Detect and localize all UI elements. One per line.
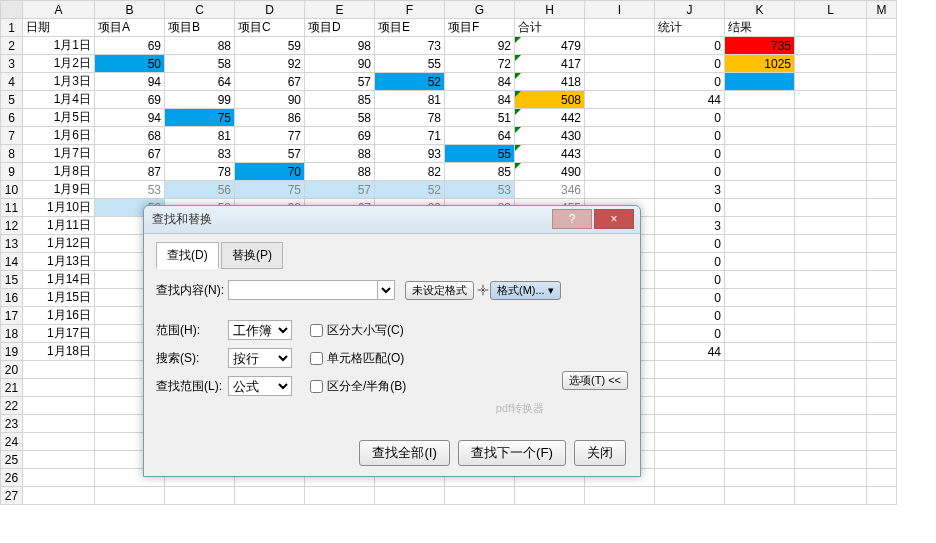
cell[interactable] [235, 487, 305, 505]
cell[interactable] [867, 73, 897, 91]
row-header[interactable]: 16 [1, 289, 23, 307]
find-next-button[interactable]: 查找下一个(F) [458, 440, 566, 466]
dialog-titlebar[interactable]: 查找和替换 ? × [144, 206, 640, 234]
cell[interactable]: 57 [235, 145, 305, 163]
cell[interactable] [867, 127, 897, 145]
col-header-E[interactable]: E [305, 1, 375, 19]
col-header-M[interactable]: M [867, 1, 897, 19]
cell[interactable] [795, 127, 867, 145]
cell[interactable] [725, 181, 795, 199]
cell[interactable] [725, 91, 795, 109]
cell[interactable] [725, 145, 795, 163]
cell[interactable] [725, 487, 795, 505]
cell[interactable]: 92 [235, 55, 305, 73]
cell[interactable]: 1月7日 [23, 145, 95, 163]
cell[interactable]: 92 [445, 37, 515, 55]
cell[interactable]: 58 [165, 55, 235, 73]
cell[interactable] [725, 451, 795, 469]
cell[interactable]: 统计 [655, 19, 725, 37]
cell[interactable]: 55 [445, 145, 515, 163]
row-header[interactable]: 17 [1, 307, 23, 325]
cell[interactable] [795, 271, 867, 289]
cell[interactable] [655, 397, 725, 415]
cell[interactable]: 1月11日 [23, 217, 95, 235]
cell[interactable] [725, 199, 795, 217]
cell[interactable]: 1月2日 [23, 55, 95, 73]
row-header[interactable]: 21 [1, 379, 23, 397]
cell[interactable] [867, 253, 897, 271]
cell[interactable] [795, 307, 867, 325]
cell[interactable] [867, 433, 897, 451]
cell[interactable] [725, 433, 795, 451]
cell[interactable]: 1月9日 [23, 181, 95, 199]
row-header[interactable]: 8 [1, 145, 23, 163]
cell[interactable] [725, 253, 795, 271]
cell[interactable]: 0 [655, 199, 725, 217]
cell[interactable] [725, 361, 795, 379]
cell[interactable] [795, 379, 867, 397]
cell[interactable]: 69 [95, 91, 165, 109]
cell[interactable] [725, 343, 795, 361]
cell[interactable] [795, 343, 867, 361]
cell[interactable] [23, 361, 95, 379]
cell[interactable] [795, 163, 867, 181]
cell[interactable]: 735 [725, 37, 795, 55]
cell[interactable]: 490 [515, 163, 585, 181]
tab-find[interactable]: 查找(D) [156, 242, 219, 269]
cell[interactable] [795, 469, 867, 487]
cell[interactable] [795, 415, 867, 433]
cell[interactable]: 0 [655, 235, 725, 253]
cell[interactable]: 442 [515, 109, 585, 127]
cell[interactable]: 93 [375, 145, 445, 163]
cell[interactable] [725, 109, 795, 127]
cell[interactable]: 0 [655, 253, 725, 271]
row-header[interactable]: 6 [1, 109, 23, 127]
cell[interactable] [867, 307, 897, 325]
cell[interactable] [585, 109, 655, 127]
cell[interactable]: 417 [515, 55, 585, 73]
row-header[interactable]: 19 [1, 343, 23, 361]
cell[interactable]: 50 [95, 55, 165, 73]
cell[interactable]: 合计 [515, 19, 585, 37]
cell[interactable]: 52 [375, 73, 445, 91]
cell[interactable]: 1月12日 [23, 235, 95, 253]
row-header[interactable]: 22 [1, 397, 23, 415]
cell[interactable]: 1月1日 [23, 37, 95, 55]
col-header-K[interactable]: K [725, 1, 795, 19]
cell[interactable]: 结果 [725, 19, 795, 37]
cell[interactable] [725, 289, 795, 307]
cell[interactable]: 84 [445, 73, 515, 91]
cell[interactable] [795, 361, 867, 379]
cell[interactable]: 53 [445, 181, 515, 199]
cell[interactable]: 99 [165, 91, 235, 109]
match-case-checkbox[interactable] [310, 324, 323, 337]
cell[interactable] [655, 433, 725, 451]
cell[interactable]: 1月14日 [23, 271, 95, 289]
cell[interactable] [867, 451, 897, 469]
cell[interactable] [585, 181, 655, 199]
options-toggle-button[interactable]: 选项(T) << [562, 371, 628, 390]
row-header[interactable]: 9 [1, 163, 23, 181]
cell[interactable]: 项目F [445, 19, 515, 37]
cell[interactable] [867, 145, 897, 163]
search-select[interactable]: 按行 [228, 348, 292, 368]
cell[interactable]: 项目A [95, 19, 165, 37]
cell[interactable] [795, 109, 867, 127]
cell[interactable]: 0 [655, 307, 725, 325]
cell[interactable] [725, 397, 795, 415]
cell[interactable] [515, 487, 585, 505]
cell[interactable]: 52 [375, 181, 445, 199]
format-none-display[interactable]: 未设定格式 [405, 281, 474, 300]
cell[interactable] [725, 271, 795, 289]
col-header-D[interactable]: D [235, 1, 305, 19]
cell[interactable] [867, 217, 897, 235]
cell[interactable]: 0 [655, 55, 725, 73]
row-header[interactable]: 7 [1, 127, 23, 145]
col-header-A[interactable]: A [23, 1, 95, 19]
cell[interactable]: 1月17日 [23, 325, 95, 343]
cell[interactable]: 67 [235, 73, 305, 91]
cell[interactable] [23, 433, 95, 451]
cell[interactable] [795, 397, 867, 415]
cell[interactable] [867, 361, 897, 379]
cell[interactable] [867, 235, 897, 253]
